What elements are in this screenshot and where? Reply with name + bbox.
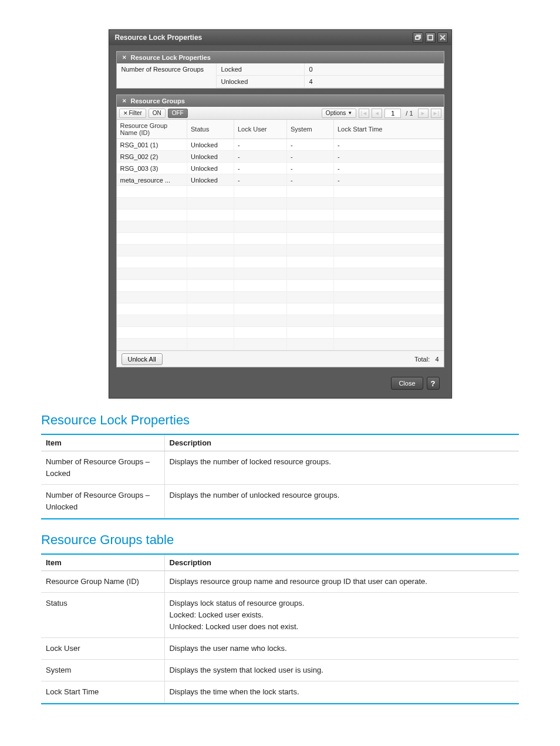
cell [234,315,287,327]
cell [117,315,187,327]
page-next-button[interactable]: ► [418,109,429,118]
info-label: Number of Resource Groups [117,63,217,88]
total-text: Total: 4 [414,356,439,363]
resource-groups-table: Resource Group Name (ID) Status Lock Use… [117,120,444,350]
table-row-empty [117,339,444,350]
table-header-row: Resource Group Name (ID) Status Lock Use… [117,120,444,139]
cell: meta_resource ... [117,174,187,186]
page-prev-button[interactable]: ◄ [372,109,382,118]
table-row[interactable]: meta_resource ...Unlocked--- [117,174,444,186]
cell: Unlocked [187,139,234,151]
cell: - [334,174,444,186]
doc-col-desc: Description [164,554,519,571]
filter-button[interactable]: ✕ Filter [119,109,146,118]
doc-row: Lock UserDisplays the user name who lock… [41,638,519,660]
cell: Unlocked [187,151,234,163]
doc-item: Lock Start Time [41,681,164,704]
panel-resource-lock-properties: ✕ Resource Lock Properties Number of Res… [116,51,444,89]
window-restore-button[interactable] [413,32,423,43]
cell [287,233,334,245]
cell [287,339,334,350]
cell: - [334,163,444,174]
cell [234,280,287,292]
doc-row: Resource Group Name (ID)Displays resourc… [41,571,519,592]
col-resource-group-name[interactable]: Resource Group Name (ID) [117,120,187,139]
table-row-empty [117,221,444,233]
page-sep: / [406,110,407,117]
window-close-button[interactable] [437,32,448,43]
cell [334,256,444,268]
options-label: Options [326,110,346,116]
panel-header[interactable]: ✕ Resource Groups [117,95,444,107]
doc-item: Status [41,592,164,637]
col-system[interactable]: System [287,120,334,139]
table-row[interactable]: RSG_003 (3)Unlocked--- [117,163,444,174]
locked-value: 0 [305,63,444,76]
table-row[interactable]: RSG_001 (1)Unlocked--- [117,139,444,151]
cell [334,186,444,198]
collapse-icon: ✕ [120,53,129,62]
cell [334,315,444,327]
page-input[interactable] [384,109,401,118]
col-status[interactable]: Status [187,120,234,139]
col-lock-start-time[interactable]: Lock Start Time [334,120,444,139]
cell: - [334,151,444,163]
doc-col-item: Item [41,554,164,571]
cell [187,186,234,198]
cell [234,245,287,256]
cell: - [287,139,334,151]
cell [287,280,334,292]
doc-row: StatusDisplays lock status of resource g… [41,592,519,637]
cell [287,186,334,198]
collapse-icon: ✕ [120,97,129,105]
cell: RSG_002 (2) [117,151,187,163]
cell [117,245,187,256]
doc-item: Lock User [41,638,164,660]
close-button[interactable]: Close [391,377,423,390]
page-last-button[interactable]: ►| [431,109,441,118]
cell: - [234,151,287,163]
cell [187,303,234,315]
help-button[interactable]: ? [427,377,440,390]
table-row-empty [117,315,444,327]
panel-title: Resource Groups [131,97,185,104]
page-first-button[interactable]: |◄ [359,109,369,118]
doc-item: System [41,660,164,681]
table-row-empty [117,210,444,221]
table-row-empty [117,186,444,198]
cell [334,198,444,210]
cell [117,256,187,268]
page-total-value: 1 [409,110,413,117]
filter-on-button[interactable]: ON [149,109,166,118]
cell [187,210,234,221]
cell [117,280,187,292]
cell [117,303,187,315]
cell: Unlocked [187,174,234,186]
table-row-empty [117,268,444,280]
cell [334,280,444,292]
window-title: Resource Lock Properties [115,33,203,42]
doc-desc: Displays resource group name and resourc… [164,571,519,592]
page-total: / 1 [403,110,415,117]
unlocked-value: 4 [305,76,444,88]
cell [334,292,444,303]
cell [287,245,334,256]
filter-label: Filter [129,110,142,116]
panel-header[interactable]: ✕ Resource Lock Properties [117,52,444,63]
table-row[interactable]: RSG_002 (2)Unlocked--- [117,151,444,163]
col-lock-user[interactable]: Lock User [234,120,287,139]
doc-desc: Displays the user name who locks. [164,638,519,660]
options-button[interactable]: Options ▼ [322,109,356,118]
cell [187,198,234,210]
filter-off-button[interactable]: OFF [168,109,188,118]
cell: - [287,151,334,163]
cell [117,339,187,350]
doc-desc: Displays the time when the lock starts. [164,681,519,704]
panel-resource-groups: ✕ Resource Groups ✕ Filter ON OFF Option… [116,94,444,367]
cell [234,186,287,198]
doc-desc: Displays the number of unlocked resource… [164,485,519,519]
unlock-all-button[interactable]: Unlock All [122,353,163,365]
cell [187,339,234,350]
doc-table-2: Item Description Resource Group Name (ID… [41,553,519,704]
window-maximize-button[interactable] [425,32,436,43]
